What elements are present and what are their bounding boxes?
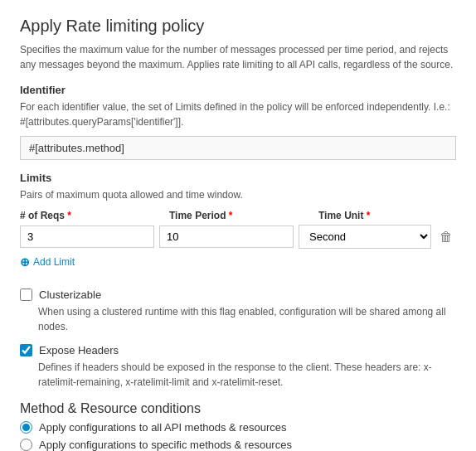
expose-headers-label[interactable]: Expose Headers [39,344,119,356]
radio-all-row: Apply configurations to all API methods … [20,421,456,434]
page-description: Specifies the maximum value for the numb… [20,42,456,72]
period-input[interactable] [159,226,294,248]
identifier-description: For each identifier value, the set of Li… [20,99,456,129]
clusterizable-row: Clusterizable [20,289,456,301]
add-icon: ⊕ [20,255,30,269]
expose-headers-description: Defines if headers should be exposed in … [38,360,456,390]
limits-header: # of Reqs * Time Period * Time Unit * [20,209,456,221]
radio-specific-row: Apply configurations to specific methods… [20,439,456,451]
radio-specific-label[interactable]: Apply configurations to specific methods… [39,439,292,451]
col-reqs-header: # of Reqs * [20,209,169,221]
clusterizable-section: Clusterizable When using a clustered run… [20,289,456,344]
limits-label: Limits [20,172,456,184]
page-title: Apply Rate limiting policy [20,17,456,36]
clusterizable-description: When using a clustered runtime with this… [38,304,456,334]
col-period-header: Time Period * [169,209,318,221]
method-conditions-section: Method & Resource conditions Apply confi… [20,401,456,451]
delete-limit-button[interactable]: 🗑 [436,228,456,246]
expose-headers-row: Expose Headers [20,344,456,356]
identifier-label: Identifier [20,84,456,96]
modal-container: Apply Rate limiting policy Specifies the… [0,0,476,451]
limits-description: Pairs of maximum quota allowed and time … [20,187,456,202]
add-limit-link[interactable]: ⊕ Add Limit [20,255,75,269]
radio-all-label[interactable]: Apply configurations to all API methods … [39,421,286,434]
clusterizable-checkbox[interactable] [20,289,32,301]
identifier-input[interactable] [20,136,456,160]
radio-specific-input[interactable] [20,439,32,451]
reqs-input[interactable] [20,226,154,248]
limits-section: Limits Pairs of maximum quota allowed an… [20,172,456,280]
col-unit-header: Time Unit * [318,209,431,221]
expose-headers-section: Expose Headers Defines if headers should… [20,344,456,401]
method-conditions-title: Method & Resource conditions [20,401,456,416]
clusterizable-label[interactable]: Clusterizable [39,289,101,301]
radio-all-input[interactable] [20,421,32,434]
unit-select[interactable]: Millisecond Second Minute Hour Day Week … [299,225,431,249]
identifier-section: Identifier For each identifier value, th… [20,84,456,172]
limits-row: Millisecond Second Minute Hour Day Week … [20,225,456,249]
expose-headers-checkbox[interactable] [20,344,32,356]
